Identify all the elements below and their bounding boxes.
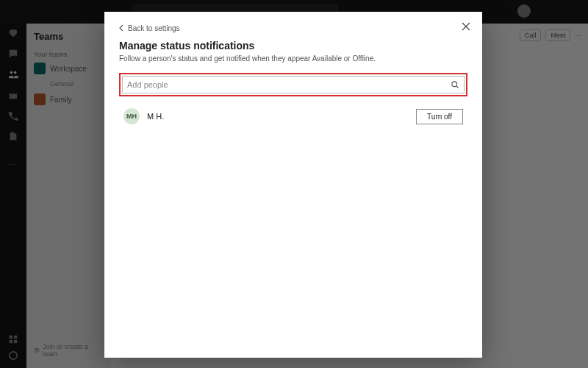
- search-icon: [451, 80, 459, 89]
- modal-subtitle: Follow a person's status and get notifie…: [119, 54, 467, 63]
- back-label: Back to settings: [128, 24, 180, 32]
- back-to-settings-link[interactable]: Back to settings: [119, 24, 180, 32]
- close-button[interactable]: [459, 19, 473, 34]
- add-people-input[interactable]: [127, 80, 451, 89]
- status-notifications-modal: Back to settings Manage status notificat…: [104, 12, 482, 358]
- add-people-highlight: [119, 73, 467, 96]
- person-row: MH M H. Turn off: [119, 108, 467, 124]
- svg-point-9: [452, 82, 457, 87]
- person-avatar: MH: [123, 108, 140, 124]
- person-name: M H.: [147, 112, 409, 121]
- modal-title: Manage status notifications: [119, 40, 467, 52]
- close-icon: [462, 22, 470, 31]
- turn-off-button[interactable]: Turn off: [416, 109, 463, 124]
- chevron-left-icon: [119, 25, 125, 31]
